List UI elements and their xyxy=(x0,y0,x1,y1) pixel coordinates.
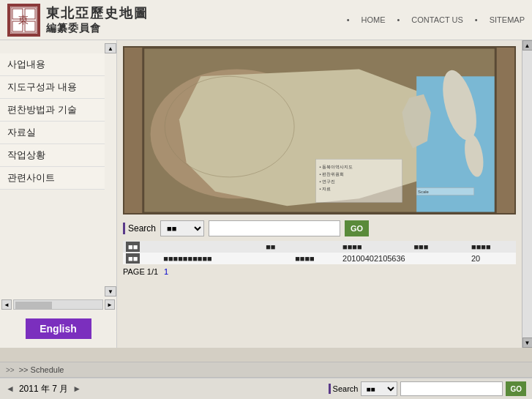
sidebar-scroll-left[interactable]: ◄ xyxy=(1,299,12,310)
result-cell: ■■■■ xyxy=(292,253,340,264)
sidebar-item-relatedsite[interactable]: 관련사이트 xyxy=(0,167,105,190)
header: 東 東北亞歷史地圖 編纂委員會 • HOME • CONTACT US • SI… xyxy=(0,0,532,40)
search-label-container: Search xyxy=(123,223,156,234)
logo-text: 東北亞歷史地圖 編纂委員會 xyxy=(46,4,149,35)
search-go-button[interactable]: GO xyxy=(345,220,369,236)
bottom-search-accent-icon xyxy=(329,384,331,394)
scroll-up-button[interactable]: ▲ xyxy=(522,40,533,51)
svg-text:• 자료: • 자료 xyxy=(320,187,331,191)
logo-subtitle: 編纂委員會 xyxy=(46,22,149,35)
sidebar-menu: 사업내용 지도구성과 내용 편찬방법과 기술 자료실 작업상황 관련사이트 xyxy=(0,53,116,190)
result-cell xyxy=(263,253,292,264)
svg-text:Scale: Scale xyxy=(418,190,429,194)
result-cell: ■■■■ xyxy=(468,241,516,253)
bottom-section: >> >> Schedule ◄ 2011 年 7 月 ► Search ■■ … xyxy=(0,348,532,399)
sidebar-hscroll-area: ◄ ► xyxy=(0,297,116,313)
calendar-nav: ◄ 2011 年 7 月 ► xyxy=(6,383,81,395)
logo-seal: 東 xyxy=(7,4,40,37)
result-highlight: ■■ xyxy=(126,242,140,252)
logo-title: 東北亞歷史地圖 xyxy=(46,4,149,22)
sidebar-scroll-up[interactable]: ▲ xyxy=(105,43,116,53)
svg-text:• 편찬위원회: • 편찬위원회 xyxy=(320,172,345,176)
result-cell: ■■ xyxy=(263,241,292,253)
nav-sitemap[interactable]: SITEMAP xyxy=(490,15,525,24)
right-scrollbar: ▲ ▼ xyxy=(522,40,532,348)
header-nav: • HOME • CONTACT US • SITEMAP xyxy=(347,15,525,24)
table-row: ■■ ■■ ■■■■ ■■■ ■■■■ xyxy=(123,241,516,253)
sidebar-item-dataroom[interactable]: 자료실 xyxy=(0,122,105,144)
result-cell: ■■ xyxy=(123,241,160,253)
sidebar-scroll-right[interactable]: ► xyxy=(105,299,115,310)
sidebar-hscroll-thumb xyxy=(15,302,52,309)
table-row: ■■ ■■■■■■■■■■ ■■■■ 20100402105636 20 xyxy=(123,253,516,264)
result-cell: ■■ xyxy=(123,253,160,264)
bottom-search-label-text: Search xyxy=(333,384,359,393)
schedule-bar: >> >> Schedule xyxy=(0,362,532,378)
scroll-track xyxy=(522,51,533,338)
results-table: ■■ ■■ ■■■■ ■■■ ■■■■ ■■ ■■■■■■■■■■ ■■■■ xyxy=(123,241,516,264)
page-info: PAGE 1/1 xyxy=(123,267,158,276)
bottom-search-label-container: Search xyxy=(329,384,359,394)
bottom-search-dropdown[interactable]: ■■ xyxy=(361,381,397,396)
main-layout: ▲ 사업내용 지도구성과 내용 편찬방법과 기술 자료실 작업상황 관련사이트 … xyxy=(0,40,532,348)
result-cell: ■■■■ xyxy=(340,241,411,253)
svg-text:• 동북아역사지도: • 동북아역사지도 xyxy=(320,165,353,169)
english-button[interactable]: English xyxy=(26,318,91,339)
nav-separator-1: • xyxy=(347,15,350,24)
calendar-date: 2011 年 7 月 xyxy=(19,383,68,395)
sidebar-item-mapcomp[interactable]: 지도구성과 내용 xyxy=(0,76,105,99)
logo: 東 東北亞歷史地圖 編纂委員會 xyxy=(7,4,149,37)
nav-separator-3: • xyxy=(475,15,478,24)
bottom-search: Search ■■ GO xyxy=(329,381,526,396)
nav-home[interactable]: HOME xyxy=(361,15,385,24)
calendar-next-button[interactable]: ► xyxy=(72,384,81,394)
map-container: • 동북아역사지도 • 편찬위원회 • 연구진 • 자료 Scale xyxy=(123,46,516,215)
sidebar-item-editmethod[interactable]: 편찬방법과 기술 xyxy=(0,99,105,122)
svg-text:• 연구진: • 연구진 xyxy=(320,179,336,184)
result-cell: 20100402105636 xyxy=(340,253,468,264)
search-bar: Search ■■ GO xyxy=(123,220,516,236)
scroll-down-button[interactable]: ▼ xyxy=(522,338,533,348)
bottom-search-input[interactable] xyxy=(400,381,503,396)
result-cell: ■■■ xyxy=(411,241,468,253)
bottom-toolbar: ◄ 2011 年 7 月 ► Search ■■ GO xyxy=(0,378,532,399)
result-cell xyxy=(160,241,263,253)
sidebar-hscroll-bar xyxy=(13,299,103,310)
sidebar-item-workstatus[interactable]: 작업상황 xyxy=(0,144,105,167)
page-link[interactable]: 1 xyxy=(164,267,168,276)
search-accent-icon xyxy=(123,223,125,234)
result-highlight: ■■ xyxy=(126,253,140,264)
sidebar: ▲ 사업내용 지도구성과 내용 편찬방법과 기술 자료실 작업상황 관련사이트 … xyxy=(0,40,117,348)
search-dropdown[interactable]: ■■ xyxy=(160,220,204,236)
sidebar-scroll-area: ▲ 사업내용 지도구성과 내용 편찬방법과 기술 자료실 작업상황 관련사이트 … xyxy=(0,43,116,297)
search-input[interactable] xyxy=(209,220,340,236)
sidebar-scroll-down[interactable]: ▼ xyxy=(105,286,116,297)
schedule-label: >> Schedule xyxy=(19,365,64,374)
nav-contact[interactable]: CONTACT US xyxy=(411,15,463,24)
result-cell: 20 xyxy=(468,253,516,264)
result-cell xyxy=(292,241,340,253)
result-cell: ■■■■■■■■■■ xyxy=(160,253,263,264)
content-area: • 동북아역사지도 • 편찬위원회 • 연구진 • 자료 Scale Searc… xyxy=(117,40,522,348)
schedule-icon: >> xyxy=(6,366,15,374)
nav-separator-2: • xyxy=(397,15,400,24)
sidebar-item-business[interactable]: 사업내용 xyxy=(0,53,105,76)
calendar-prev-button[interactable]: ◄ xyxy=(6,384,15,394)
svg-text:東: 東 xyxy=(18,15,29,26)
pagination: PAGE 1/1 1 xyxy=(123,267,516,276)
search-label-text: Search xyxy=(128,223,156,234)
bottom-go-button[interactable]: GO xyxy=(506,381,526,396)
